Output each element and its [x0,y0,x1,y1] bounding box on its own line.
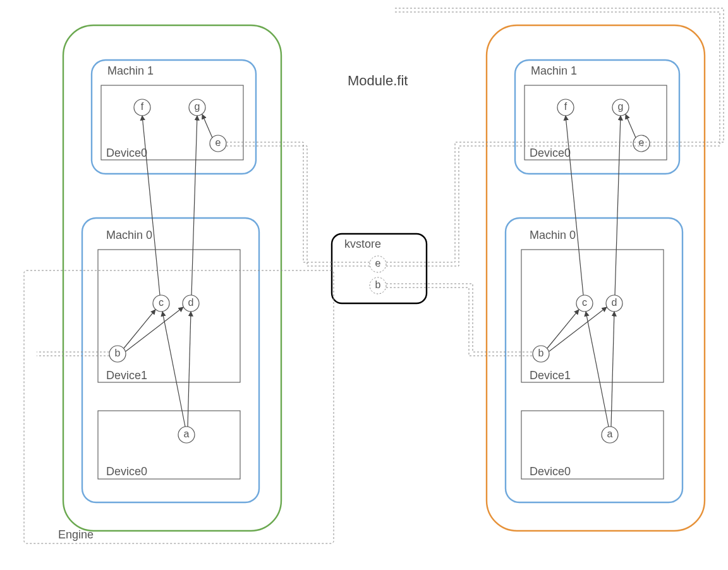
left-m0-node-b: b [109,346,126,362]
right-edge-a-d [611,312,614,427]
svg-text:a: a [607,428,613,439]
left-engine-box [63,25,281,531]
right-m1-node-f: f [557,99,574,116]
right-m1-device0-label: Device0 [530,147,571,159]
left-m1-device0-label: Device0 [106,147,147,159]
diagram-root: Machin 1 Device0 f g e Machin 0 Device1 … [0,0,728,570]
left-m0-device0-label: Device0 [106,465,147,478]
right-m1-node-g: g [612,99,629,116]
left-edge-b-d [126,307,183,351]
left-edge-b-c [124,310,155,348]
right-m0-device1-box [521,250,664,382]
diagram-title: Module.fit [348,73,408,89]
svg-text:d: d [612,297,617,308]
svg-text:g: g [618,101,624,112]
svg-text:c: c [159,297,164,308]
left-machin0-label: Machin 0 [106,229,152,241]
left-edge-e-g [202,114,212,138]
left-m0-node-c: c [153,295,169,312]
right-engine-box [487,25,705,531]
svg-text:e: e [215,137,221,148]
right-machin0-box [506,218,682,502]
right-m0-node-c: c [576,295,593,312]
right-machin0-label: Machin 0 [530,229,576,241]
kvstore-node-e: e [370,256,386,272]
dash-kvb-to-right-b-2 [386,288,533,356]
dash-kvb-to-right-b-1 [386,284,533,352]
right-m0-device1-label: Device1 [530,369,571,382]
kvstore-node-b: b [370,277,386,294]
dash-kve-to-right-e-b [386,146,650,266]
left-machin1-label: Machin 1 [107,64,154,77]
left-edge-d-g [191,116,197,295]
right-edge-c-f [566,116,583,295]
right-m0-node-a: a [602,427,618,443]
left-edge-a-d [188,312,191,427]
left-machin0-box [82,218,259,502]
right-edge-b-d [549,307,607,351]
svg-text:b: b [538,348,544,358]
svg-text:d: d [188,297,194,308]
svg-text:f: f [564,101,567,112]
left-m0-node-d: d [183,295,199,312]
left-m1-node-g: g [189,99,205,116]
right-m0-device0-label: Device0 [530,465,571,478]
dash-right-e-wrap-top-2 [395,12,720,146]
left-edge-c-f [142,116,160,295]
svg-text:a: a [184,428,190,439]
svg-text:b: b [115,348,121,358]
left-m0-node-a: a [178,427,195,443]
left-m1-node-f: f [134,99,150,116]
right-edge-e-g [626,114,636,138]
engine-label: Engine [58,528,94,541]
svg-text:g: g [195,101,200,112]
left-m0-device1-box [98,250,240,382]
svg-text:e: e [639,137,645,148]
svg-text:c: c [582,297,587,308]
left-edge-a-c [162,312,185,427]
right-machin1-label: Machin 1 [531,64,577,77]
right-m0-node-d: d [606,295,622,312]
right-m0-node-b: b [533,346,549,362]
right-edge-d-g [615,116,621,295]
left-m0-device1-label: Device1 [106,369,147,382]
kvstore-label: kvstore [344,238,381,250]
right-edge-b-c [547,310,579,348]
svg-text:b: b [375,279,381,290]
svg-text:e: e [375,258,381,269]
right-edge-a-c [586,312,609,427]
svg-text:f: f [141,101,144,112]
